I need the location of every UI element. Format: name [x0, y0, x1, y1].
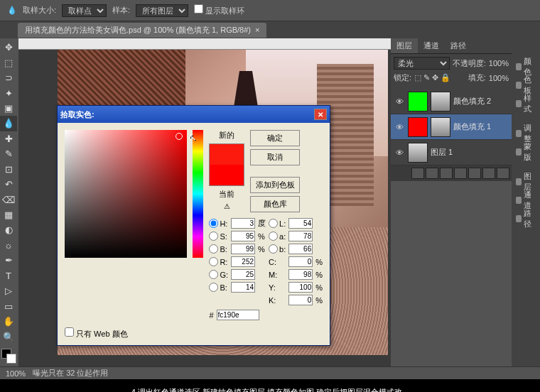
- tab-paths[interactable]: 路径: [445, 38, 472, 53]
- c-input[interactable]: [288, 256, 313, 267]
- bb-radio[interactable]: B:: [209, 283, 228, 292]
- tab-layers[interactable]: 图层: [391, 38, 418, 53]
- sample-size-select[interactable]: 取样点: [62, 4, 107, 17]
- visibility-icon[interactable]: 👁: [394, 123, 405, 131]
- tool-hand[interactable]: ✋: [0, 314, 17, 329]
- layer-mask-thumb[interactable]: [431, 117, 450, 137]
- ok-button[interactable]: 确定: [250, 130, 300, 146]
- a-input[interactable]: [288, 231, 313, 241]
- tool-history[interactable]: ↶: [0, 177, 17, 192]
- h-radio[interactable]: H:: [209, 219, 228, 228]
- tool-gradient[interactable]: ▦: [0, 207, 17, 222]
- panel-icon-mask[interactable]: 蒙版: [514, 145, 537, 159]
- b-radio[interactable]: b:: [269, 244, 286, 254]
- m-input[interactable]: [288, 269, 313, 280]
- saturation-value-picker[interactable]: [65, 130, 187, 258]
- layer-row[interactable]: 👁 颜色填充 1: [391, 114, 512, 140]
- layer-thumb[interactable]: [408, 143, 428, 163]
- tool-zoom[interactable]: 🔍: [0, 329, 17, 344]
- visibility-icon[interactable]: 👁: [394, 97, 405, 106]
- r-radio[interactable]: R:: [209, 257, 228, 266]
- tool-stamp[interactable]: ⊡: [0, 162, 17, 177]
- layer-thumb[interactable]: [408, 92, 428, 111]
- layer-row[interactable]: 👁 图层 1: [391, 140, 512, 165]
- delete-layer-button[interactable]: [497, 168, 509, 179]
- document-tab[interactable]: 用填充颜色的方法给美女调色.psd @ 100% (颜色填充 1, RGB/8#…: [18, 23, 266, 38]
- k-input[interactable]: [288, 295, 313, 305]
- fill-value[interactable]: 100%: [489, 74, 509, 82]
- panel-icon-adjust[interactable]: 调整: [514, 126, 537, 141]
- new-layer-button[interactable]: [482, 168, 495, 179]
- tool-heal[interactable]: ✚: [0, 131, 17, 146]
- panel-icon-swatches[interactable]: 色板: [514, 78, 537, 92]
- tool-crop[interactable]: ▣: [0, 101, 17, 116]
- tool-brush[interactable]: ✎: [0, 146, 17, 161]
- panel-icon-layers[interactable]: 图层: [514, 175, 537, 189]
- hue-slider[interactable]: [193, 130, 203, 258]
- tool-shape[interactable]: ▭: [0, 298, 17, 313]
- show-ring-checkbox[interactable]: 显示取样环: [194, 4, 244, 16]
- close-button[interactable]: ✕: [314, 109, 327, 120]
- bv-input[interactable]: [231, 244, 255, 254]
- group-button[interactable]: [468, 168, 481, 179]
- tool-path[interactable]: ▷: [0, 283, 17, 298]
- current-color-swatch[interactable]: [210, 165, 244, 185]
- bb-input[interactable]: [231, 282, 255, 293]
- panel-icon-paths[interactable]: 路径: [514, 212, 537, 226]
- color-library-button[interactable]: 颜色库: [250, 196, 300, 212]
- adjustment-button[interactable]: [454, 168, 467, 179]
- lock-icons[interactable]: ⬚ ✎ ✥ 🔒: [414, 73, 450, 82]
- add-swatch-button[interactable]: 添加到色板: [250, 177, 300, 193]
- mask-button[interactable]: [440, 168, 453, 179]
- tool-eyedropper[interactable]: 💧: [0, 116, 17, 131]
- document-tabs: 用填充颜色的方法给美女调色.psd @ 100% (颜色填充 1, RGB/8#…: [0, 21, 540, 38]
- tool-dodge[interactable]: ☼: [0, 238, 17, 253]
- tool-pen[interactable]: ✒: [0, 253, 17, 268]
- g-radio[interactable]: G:: [209, 270, 228, 279]
- tool-marquee[interactable]: ⬚: [0, 55, 17, 70]
- fx-button[interactable]: [426, 168, 438, 179]
- tab-channels[interactable]: 通道: [418, 38, 445, 53]
- panel-icon-channels[interactable]: 通道: [514, 193, 537, 207]
- tool-type[interactable]: T: [0, 268, 17, 283]
- opacity-value[interactable]: 100%: [489, 59, 509, 67]
- background-swatch[interactable]: [6, 354, 16, 364]
- bv-radio[interactable]: B:: [209, 244, 228, 254]
- cancel-button[interactable]: 取消: [250, 149, 300, 165]
- b-input[interactable]: [288, 244, 313, 254]
- tool-eraser[interactable]: ⌫: [0, 192, 17, 207]
- layer-name[interactable]: 颜色填充 2: [453, 96, 509, 107]
- r-input[interactable]: [231, 256, 255, 267]
- layer-name[interactable]: 颜色填充 1: [453, 121, 509, 132]
- panel-icon-color[interactable]: 颜色: [514, 60, 537, 74]
- l-input[interactable]: [288, 218, 313, 229]
- k-label: K:: [269, 296, 286, 305]
- link-layers-button[interactable]: [411, 168, 424, 179]
- sample-select[interactable]: 所有图层: [136, 4, 188, 17]
- dialog-titlebar[interactable]: 拾取实色: ✕: [58, 106, 330, 123]
- tool-blur[interactable]: ◐: [0, 222, 17, 237]
- h-input[interactable]: [231, 218, 255, 229]
- s-radio[interactable]: S:: [209, 232, 228, 241]
- panel-icon-styles[interactable]: 样式: [514, 97, 537, 111]
- layer-row[interactable]: 👁 颜色填充 2: [391, 89, 512, 114]
- layer-name[interactable]: 图层 1: [431, 147, 509, 158]
- zoom-level[interactable]: 100%: [6, 369, 26, 378]
- gamut-warning-icon[interactable]: ⚠: [224, 202, 230, 210]
- a-radio[interactable]: a:: [269, 232, 286, 241]
- s-input[interactable]: [231, 231, 255, 241]
- visibility-icon[interactable]: 👁: [394, 148, 405, 157]
- hex-input[interactable]: [217, 310, 259, 320]
- layer-thumb[interactable]: [408, 117, 428, 137]
- close-tab-icon[interactable]: ×: [255, 26, 259, 34]
- y-input[interactable]: [288, 282, 313, 293]
- color-swatches[interactable]: [0, 347, 18, 366]
- tool-move[interactable]: ✥: [0, 40, 17, 55]
- g-input[interactable]: [231, 269, 255, 280]
- blend-mode-select[interactable]: 柔光: [394, 57, 450, 70]
- tool-wand[interactable]: ✦: [0, 85, 17, 100]
- tool-lasso[interactable]: ⊃: [0, 70, 17, 85]
- l-radio[interactable]: L:: [269, 219, 286, 228]
- layer-mask-thumb[interactable]: [431, 92, 450, 111]
- web-only-checkbox[interactable]: 只有 Web 颜色: [65, 327, 128, 339]
